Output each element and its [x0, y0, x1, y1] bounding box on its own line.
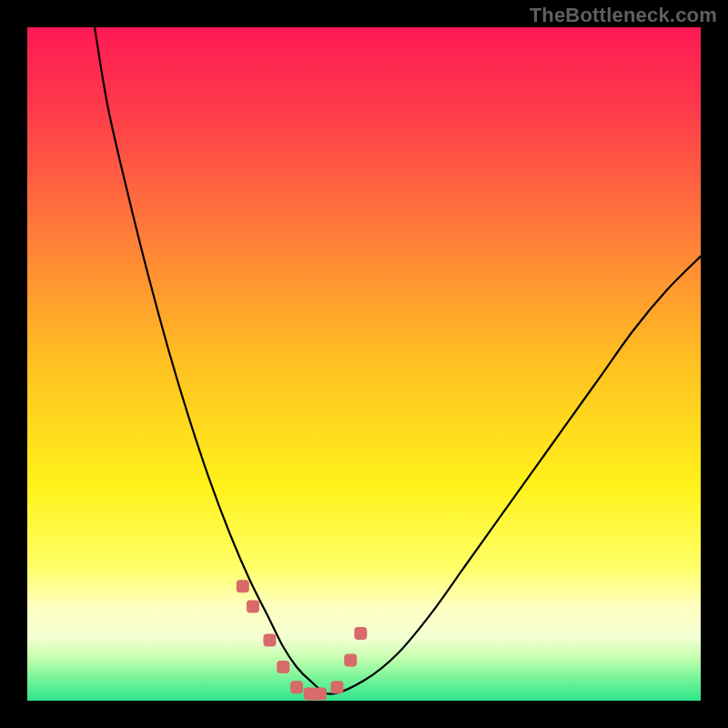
marker-point [344, 654, 357, 667]
marker-point [314, 688, 327, 701]
marker-point [330, 681, 343, 693]
marker-point [277, 661, 289, 673]
bottleneck-curve [95, 27, 701, 694]
marker-point [247, 600, 259, 612]
marker-point [237, 580, 249, 592]
marker-point [290, 681, 303, 693]
marker-point [263, 633, 276, 646]
chart-svg [27, 27, 701, 701]
marker-group [237, 580, 368, 700]
watermark-text: TheBottleneck.com [530, 4, 717, 27]
marker-point [354, 627, 367, 640]
outer-frame: TheBottleneck.com [0, 0, 728, 728]
plot-area [27, 27, 701, 701]
